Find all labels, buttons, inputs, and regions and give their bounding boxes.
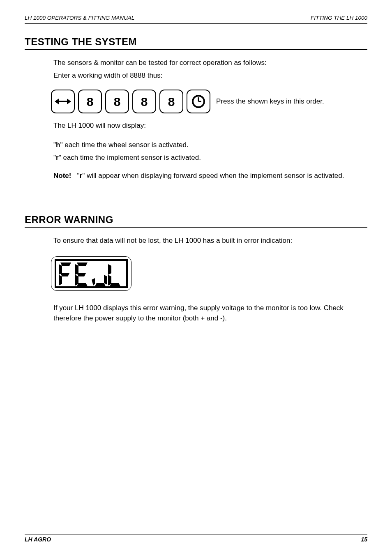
header-left: LH 1000 OPERATORS & FITTING MANUAL xyxy=(25,15,134,21)
svg-marker-14 xyxy=(75,275,78,286)
double-arrow-icon xyxy=(55,97,71,106)
svg-marker-20 xyxy=(110,283,120,286)
svg-marker-6 xyxy=(60,263,71,266)
paragraph: If your LH 1000 displays this error warn… xyxy=(53,303,367,323)
section-rule-testing xyxy=(25,49,367,50)
svg-marker-8 xyxy=(59,264,62,275)
svg-marker-16 xyxy=(95,283,106,286)
svg-marker-7 xyxy=(60,273,69,276)
key-sequence: 8 8 8 8 Press the shown keys in this ord… xyxy=(51,90,367,113)
section-title-error: ERROR WARNING xyxy=(25,214,367,226)
svg-marker-19 xyxy=(108,275,111,286)
svg-marker-13 xyxy=(75,264,78,275)
note-block: Note! "r" will appear when displaying fo… xyxy=(53,171,367,181)
key-8: 8 xyxy=(159,90,183,113)
footer-rule xyxy=(25,534,367,534)
svg-marker-10 xyxy=(77,263,88,266)
svg-marker-2 xyxy=(67,99,71,104)
error-display-inner xyxy=(55,259,128,288)
page-header: LH 1000 OPERATORS & FITTING MANUAL FITTI… xyxy=(25,15,367,23)
header-rule xyxy=(25,23,367,24)
text-bold: r xyxy=(56,154,59,161)
key-8: 8 xyxy=(105,90,129,113)
page-footer: LH AGRO 15 xyxy=(25,534,367,543)
paragraph: To ensure that data will not be lost, th… xyxy=(53,236,367,246)
section-body-error: To ensure that data will not be lost, th… xyxy=(53,233,367,326)
paragraph: "h" each time the wheel sensor is activa… xyxy=(53,140,367,150)
text: " each time the implement sensor is acti… xyxy=(59,154,201,161)
seg-J-icon xyxy=(92,263,107,286)
section-title-testing: TESTING THE SYSTEM xyxy=(25,36,367,48)
svg-marker-17 xyxy=(92,278,95,286)
svg-marker-9 xyxy=(59,275,62,286)
paragraph: "r" each time the implement sensor is ac… xyxy=(53,153,367,163)
section-body-testing: The sensors & monitor can be tested for … xyxy=(53,55,367,181)
key-sequence-caption: Press the shown keys in this order. xyxy=(216,97,324,107)
svg-marker-1 xyxy=(55,99,59,104)
header-right: FITTING THE LH 1000 xyxy=(311,15,367,21)
key-8: 8 xyxy=(78,90,102,113)
footer-page-number: 15 xyxy=(361,536,367,543)
svg-marker-15 xyxy=(104,275,107,285)
key-8: 8 xyxy=(132,90,156,113)
section-rule-error xyxy=(25,227,367,228)
key-width-icon xyxy=(51,90,75,113)
text: " each time the wheel sensor is activate… xyxy=(60,141,188,149)
key-clock-icon xyxy=(187,90,210,113)
paragraph: The LH 1000 will now display: xyxy=(53,121,367,131)
seg-L-icon xyxy=(108,263,124,286)
text-bold: h xyxy=(56,141,60,149)
footer-left: LH AGRO xyxy=(25,536,51,543)
note-text: "r" will appear when displaying forward … xyxy=(77,171,367,181)
svg-marker-18 xyxy=(108,264,111,275)
text: " will appear when displaying forward sp… xyxy=(82,172,344,180)
note-label: Note! xyxy=(53,171,71,181)
seg-F-icon xyxy=(59,263,74,286)
error-display xyxy=(51,256,131,291)
paragraph: Enter a working width of 8888 thus: xyxy=(53,71,367,81)
seg-E-icon xyxy=(75,263,91,286)
paragraph: The sensors & monitor can be tested for … xyxy=(53,58,367,68)
svg-marker-11 xyxy=(77,273,86,276)
clock-icon xyxy=(191,94,206,109)
